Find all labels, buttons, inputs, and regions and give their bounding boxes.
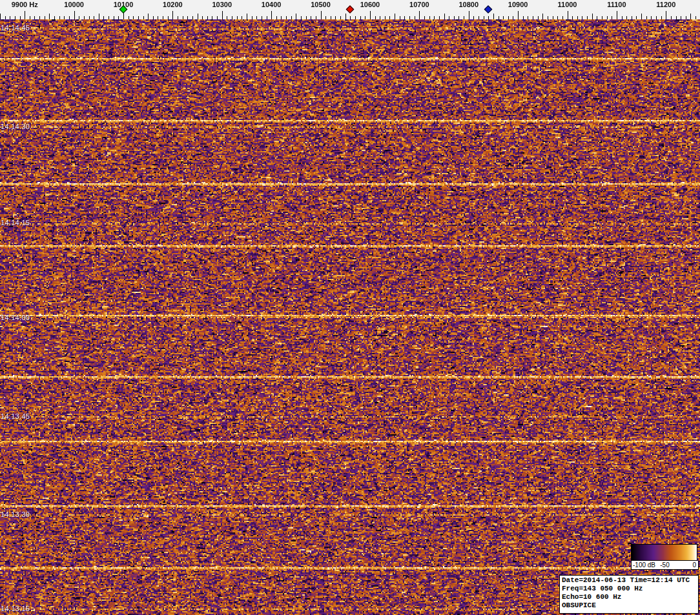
time-axis-label: 14.14.00 — [1, 314, 30, 321]
waterfall-display[interactable]: 14.14.45 14.14.30 14.14.15 14.14.00 14.1… — [0, 19, 700, 615]
time-axis-label: 14.13.45 — [1, 412, 30, 420]
time-axis-label: 14.13.15 — [1, 605, 30, 612]
info-date-time: Date=2014-06-13 Time=12:14 UTC — [562, 576, 696, 585]
freq-label: 10700 — [409, 1, 429, 8]
spectrogram-app: 9900 Hz 10000 10100 10200 10300 10400 10… — [0, 0, 700, 615]
colorbar-min-label: -100 dB — [633, 561, 655, 569]
info-echo-freq: Echo=10 600 Hz — [562, 593, 696, 601]
freq-label: 10900 — [508, 1, 528, 8]
freq-label: 10000 — [64, 1, 84, 8]
colorbar: -100 dB -50 0 — [631, 544, 699, 570]
time-axis-label: 14.14.45 — [1, 24, 30, 32]
freq-label: 11200 — [656, 1, 675, 8]
freq-label: 9900 Hz — [12, 1, 38, 8]
time-axis-label: 14.14.30 — [1, 123, 30, 130]
spectrogram-canvas[interactable] — [0, 19, 700, 615]
freq-label: 10300 — [212, 1, 232, 8]
info-station-name: OBSUPICE — [562, 601, 696, 610]
colorbar-max-label: 0 — [692, 561, 696, 569]
freq-label: 10400 — [262, 1, 282, 8]
freq-label: 11000 — [558, 1, 577, 8]
info-box: Date=2014-06-13 Time=12:14 UTC Freq=143 … — [559, 575, 699, 614]
colorbar-gradient — [631, 544, 697, 561]
info-frequency: Freq=143 050 000 Hz — [562, 585, 696, 593]
colorbar-mid-label: -50 — [660, 561, 669, 569]
freq-label: 10200 — [163, 1, 183, 8]
freq-label: 10800 — [458, 1, 479, 8]
freq-label: 10500 — [311, 1, 331, 8]
frequency-ruler[interactable]: 9900 Hz 10000 10100 10200 10300 10400 10… — [0, 0, 700, 19]
freq-label: 11100 — [607, 1, 626, 8]
time-axis-label: 14.13.30 — [1, 510, 30, 518]
freq-label: 10600 — [360, 1, 380, 8]
colorbar-scale: -100 dB -50 0 — [631, 561, 699, 570]
time-axis-label: 14.14.15 — [1, 219, 30, 227]
